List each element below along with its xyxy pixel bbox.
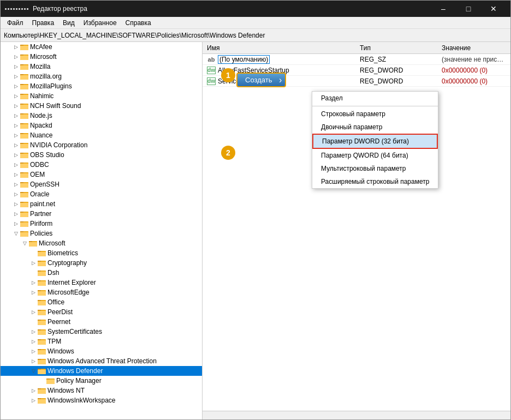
title-bar: Редактор реестра – □ ✕ [1, 1, 510, 17]
expand-icon[interactable]: ▷ [11, 82, 20, 91]
tree-node-mozilla-org[interactable]: ▷ mozilla.org [1, 71, 202, 81]
tree-node-policies-microsoft[interactable]: ▽ Microsoft [1, 238, 202, 248]
menu-item-expandstring[interactable]: Расширяемый строковый параметр [312, 175, 438, 188]
expand-icon[interactable]: ▷ [11, 200, 20, 208]
tree-node-systemcerts[interactable]: ▷ SystemCertificates [1, 327, 202, 337]
menu-edit[interactable]: Правка [28, 18, 59, 28]
col-header-name[interactable]: Имя [205, 43, 358, 53]
menu-favorites[interactable]: Избранное [79, 18, 121, 28]
expand-icon[interactable]: ▷ [11, 160, 20, 169]
expand-icon[interactable]: ▷ [11, 141, 20, 149]
tree-node-mozilla[interactable]: ▷ Mozilla [1, 62, 202, 71]
tree-node-partner[interactable]: ▷ Partner [1, 209, 202, 219]
expand-icon[interactable]: ▷ [11, 219, 20, 228]
minimize-button[interactable]: – [431, 1, 456, 17]
tree-node-piriform[interactable]: ▷ Piriform [1, 219, 202, 229]
tree-node-watp[interactable]: ▷ Windows Advanced Threat Protection [1, 356, 202, 366]
node-label: MozillaPlugins [30, 82, 72, 90]
expand-icon[interactable]: ▷ [11, 180, 20, 189]
tree-node-biometrics[interactable]: ▷ Biometrics [1, 248, 202, 258]
expand-icon[interactable]: ▷ [11, 72, 20, 81]
expand-icon[interactable]: ▷ [11, 111, 20, 120]
expand-icon[interactable]: ▽ [11, 229, 20, 238]
tree-node-microsoft-top[interactable]: ▷ Microsoft [1, 52, 202, 62]
col-header-value[interactable]: Значение [439, 43, 508, 53]
expand-icon[interactable]: ▷ [29, 357, 38, 365]
tree-node-windows-defender[interactable]: ▽ Windows Defender [1, 366, 202, 376]
expand-icon[interactable]: ▽ [20, 239, 29, 248]
folder-icon [20, 141, 29, 149]
col-header-type[interactable]: Тип [358, 43, 439, 53]
menu-item-razdel[interactable]: Раздел [312, 92, 438, 105]
tree-node-windows-nt[interactable]: ▷ Windows NT [1, 386, 202, 395]
expand-icon[interactable]: ▷ [29, 327, 38, 336]
tree-node-nodejs[interactable]: ▷ Node.js [1, 111, 202, 121]
expand-icon[interactable]: ▷ [11, 92, 20, 100]
expand-icon[interactable]: ▷ [11, 62, 20, 71]
expand-icon[interactable]: ▷ [11, 52, 20, 61]
expand-icon[interactable]: ▷ [29, 288, 38, 297]
expand-icon[interactable]: ▷ [29, 386, 38, 395]
tree-node-mcafee[interactable]: ▷ McAfee [1, 42, 202, 52]
tree-node-openssh[interactable]: ▷ OpenSSH [1, 179, 202, 189]
expand-icon[interactable]: ▷ [11, 209, 20, 218]
create-button[interactable]: Создать [236, 73, 286, 87]
tree-node-nch[interactable]: ▷ NCH Swift Sound [1, 101, 202, 111]
tree-node-policies[interactable]: ▽ Policies [1, 229, 202, 238]
menu-help[interactable]: Справка [121, 18, 156, 28]
tree-node-nvidia[interactable]: ▷ NVIDIA Corporation [1, 140, 202, 150]
close-button[interactable]: ✕ [481, 1, 506, 17]
tree-node-nuance[interactable]: ▷ Nuance [1, 130, 202, 140]
node-label: Policies [30, 230, 52, 237]
tree-node-windows[interactable]: ▷ Windows [1, 346, 202, 356]
expand-icon[interactable]: ▷ [11, 170, 20, 179]
tree-node-nahimic[interactable]: ▷ Nahimic [1, 91, 202, 101]
tree-node-edge[interactable]: ▷ MicrosoftEdge [1, 287, 202, 297]
folder-icon [38, 298, 46, 306]
tree-node-mozillaplugins[interactable]: ▷ MozillaPlugins [1, 81, 202, 91]
expand-icon[interactable]: ▷ [11, 151, 20, 159]
menu-item-dword[interactable]: Параметр DWORD (32 бита) [312, 134, 438, 149]
menu-item-string[interactable]: Строковый параметр [312, 107, 438, 121]
tree-node-policy-manager[interactable]: ▷ Policy Manager [1, 376, 202, 386]
tree-node-odbc[interactable]: ▷ ODBC [1, 160, 202, 170]
tree-node-ie[interactable]: ▷ Internet Explorer [1, 278, 202, 287]
tree-node-oracle[interactable]: ▷ Oracle [1, 189, 202, 199]
tree-node-tpm[interactable]: ▷ TPM [1, 337, 202, 346]
expand-icon[interactable]: ▷ [29, 308, 38, 316]
expand-icon[interactable]: ▷ [11, 43, 20, 51]
menu-item-multistring[interactable]: Мультистроковый параметр [312, 162, 438, 175]
tree-node-paintnet[interactable]: ▷ paint.net [1, 199, 202, 209]
tree-node-office[interactable]: ▷ Office [1, 297, 202, 307]
tree-node-npackd[interactable]: ▷ Npackd [1, 121, 202, 130]
expand-icon[interactable]: ▽ [29, 367, 38, 375]
expand-icon[interactable]: ▷ [11, 131, 20, 140]
tree-node-obs[interactable]: ▷ OBS Studio [1, 150, 202, 160]
folder-icon [38, 397, 46, 404]
expand-icon[interactable]: ▷ [29, 278, 38, 287]
expand-icon[interactable]: ▷ [29, 259, 38, 267]
tree-node-cryptography[interactable]: ▷ Cryptography [1, 258, 202, 268]
expand-icon[interactable]: ▷ [11, 121, 20, 130]
expand-icon[interactable]: ▷ [29, 347, 38, 356]
node-label: Internet Explorer [47, 279, 96, 286]
node-label: MicrosoftEdge [47, 289, 90, 296]
menu-item-qword[interactable]: Параметр QWORD (64 бита) [312, 149, 438, 162]
tree-node-peernet[interactable]: ▷ Peernet [1, 317, 202, 327]
expand-icon[interactable]: ▷ [29, 337, 38, 346]
table-row[interactable]: ab (По умолчанию) REG_SZ (значение не пр… [203, 54, 510, 65]
tree-node-oem[interactable]: ▷ OEM [1, 170, 202, 179]
menu-view[interactable]: Вид [58, 18, 79, 28]
tree-panel[interactable]: ▷ McAfee ▷ Microsoft ▷ Mozilla [1, 42, 203, 419]
horizontal-scrollbar[interactable] [203, 411, 510, 419]
expand-icon[interactable]: ▷ [11, 190, 20, 199]
expand-icon[interactable]: ▷ [11, 101, 20, 110]
tree-node-peerdist[interactable]: ▷ PeerDist [1, 307, 202, 317]
maximize-button[interactable]: □ [456, 1, 481, 17]
expand-icon[interactable]: ▷ [29, 396, 38, 405]
menu-file[interactable]: Файл [3, 18, 28, 28]
tree-node-windowsink[interactable]: ▷ WindowsInkWorkspace [1, 395, 202, 405]
menu-item-binary[interactable]: Двоичный параметр [312, 121, 438, 134]
svg-rect-89 [38, 331, 46, 335]
tree-node-dsh[interactable]: ▷ Dsh [1, 268, 202, 278]
